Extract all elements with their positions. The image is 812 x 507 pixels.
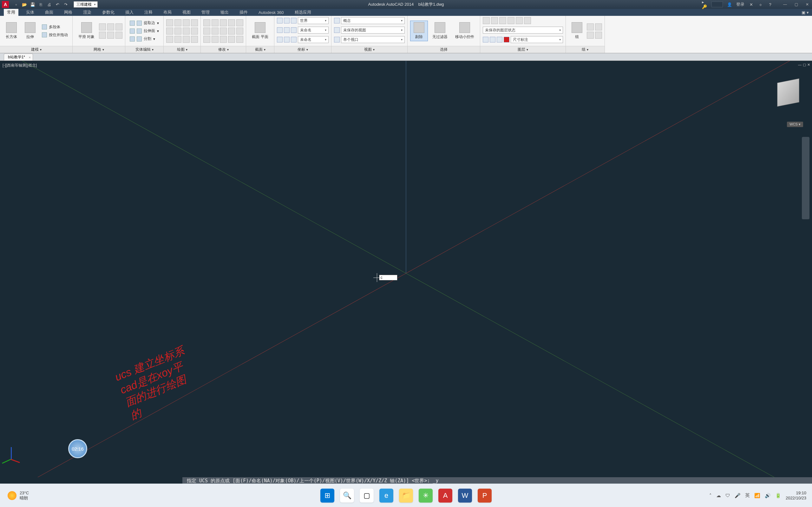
modify-tool-icon[interactable] [212, 19, 218, 26]
draw-tool-icon[interactable] [166, 36, 173, 43]
modify-tool-icon[interactable] [236, 36, 243, 43]
tray-ime-icon[interactable]: 英 [745, 493, 750, 498]
modify-tool-icon[interactable] [228, 27, 235, 35]
filter-button[interactable]: 无过滤器 [429, 21, 451, 41]
ribbon-tab-实体[interactable]: 实体 [23, 9, 38, 16]
mesh-tool-icon[interactable] [115, 32, 122, 39]
layer-color-swatch[interactable] [504, 37, 509, 43]
draw-tool-icon[interactable] [183, 19, 190, 26]
draw-tool-icon[interactable] [183, 36, 190, 43]
signin-icon[interactable]: 👤 [727, 2, 732, 7]
file-tab-close-icon[interactable]: × [29, 55, 31, 59]
qat-saveas-icon[interactable]: ⎘ [38, 2, 44, 7]
ucs-tool-icon[interactable] [284, 37, 290, 43]
draw-tool-icon[interactable] [183, 27, 190, 35]
autodesk360-icon[interactable]: ⟐ [758, 2, 763, 7]
split-button[interactable]: 分割▾ [128, 36, 161, 42]
panel-mesh-label[interactable]: 网格 [72, 46, 125, 53]
ribbon-tab-常用[interactable]: 常用 [4, 9, 18, 16]
layer-lock-icon[interactable] [497, 37, 502, 43]
view-saved-icon[interactable] [334, 27, 340, 33]
close-button[interactable]: ✕ [806, 2, 809, 7]
draw-tool-icon[interactable] [174, 36, 182, 43]
panel-group-label[interactable]: 组 [566, 46, 605, 53]
panel-solid-label[interactable]: 实体编辑 [125, 46, 163, 53]
panel-model-label[interactable]: 建模 [0, 46, 72, 53]
draw-tool-icon[interactable] [191, 19, 198, 26]
taskview-icon[interactable]: ▢ [360, 489, 374, 503]
viewport-icon[interactable] [334, 37, 340, 43]
modify-tool-icon[interactable] [220, 27, 227, 35]
group-tool-icon[interactable] [595, 32, 602, 39]
ribbon-tab-注释[interactable]: 注释 [141, 9, 156, 16]
mesh-tool-icon[interactable] [99, 23, 106, 31]
powerpoint-icon[interactable]: P [478, 489, 492, 503]
qat-open-icon[interactable]: 📂 [21, 2, 27, 7]
box-button[interactable]: 长方体 [3, 21, 20, 41]
extrude-button[interactable]: 拉伸 [21, 21, 39, 41]
modify-tool-icon[interactable] [203, 36, 210, 43]
ucs-tool-icon[interactable] [277, 18, 283, 23]
qat-new-icon[interactable]: ▫ [13, 2, 19, 7]
ucs-named2-dropdown[interactable]: 未命名 [298, 36, 328, 43]
qat-print-icon[interactable]: 🖨 [46, 2, 52, 7]
tray-mic-icon[interactable]: 🎤 [734, 493, 741, 498]
mesh-tool-icon[interactable] [107, 32, 114, 39]
cull-button[interactable]: 剔除 [410, 20, 428, 41]
panel-modify-label[interactable]: 修改 [201, 46, 246, 53]
layer-tool-icon[interactable] [491, 17, 498, 24]
taskbar-clock[interactable]: 19:10 2022/10/23 [786, 491, 806, 500]
layer-tool-icon[interactable] [507, 17, 514, 24]
panel-view-label[interactable]: 视图 [332, 46, 407, 53]
ribbon-tab-插入[interactable]: 插入 [122, 9, 137, 16]
viewport-dropdown[interactable]: 单个视口 [341, 36, 405, 43]
viewport-max-icon[interactable]: ▢ [803, 63, 806, 67]
ribbon-tab-精选应用[interactable]: 精选应用 [292, 9, 314, 16]
navigation-bar[interactable] [802, 137, 809, 219]
modify-tool-icon[interactable] [228, 19, 235, 26]
ribbon-tabs-expand-icon[interactable]: ▣ ▾ [798, 9, 812, 16]
group-button[interactable]: 组 [568, 21, 586, 41]
extrude-face-button[interactable]: 拉伸面▾ [128, 27, 161, 34]
modify-tool-icon[interactable] [236, 19, 243, 26]
drawing-canvas[interactable]: [-][西南等轴测][概念] — ▢ ✕ WCS ▾ ucs 建立坐标系 cad… [0, 61, 812, 477]
explorer-icon[interactable]: 📁 [399, 489, 413, 503]
ucs-tool-icon[interactable] [284, 27, 290, 33]
mesh-tool-icon[interactable] [99, 32, 106, 39]
ucs-tool-icon[interactable] [291, 27, 297, 33]
mesh-tool-icon[interactable] [115, 23, 122, 31]
layer-tool-icon[interactable] [516, 17, 523, 24]
ucs-tool-icon[interactable] [284, 18, 290, 23]
section-button[interactable]: 截面 平面 [249, 21, 271, 41]
edge-icon[interactable]: e [379, 489, 393, 503]
qat-undo-icon[interactable]: ↶ [55, 2, 60, 7]
workspace-dropdown[interactable]: 三维建模 [73, 1, 98, 8]
help-icon[interactable]: ? [767, 2, 773, 7]
ucs-world-dropdown[interactable]: 世界 [298, 17, 328, 24]
word-icon[interactable]: W [458, 489, 472, 503]
modify-tool-icon[interactable] [220, 19, 227, 26]
ucs-tool-icon[interactable] [291, 37, 297, 43]
exchange-icon[interactable]: ✕ [748, 2, 754, 7]
layer-freeze-icon[interactable] [490, 37, 496, 43]
layer-tool-icon[interactable] [524, 17, 531, 24]
layer-state-dropdown[interactable]: 未保存的图层状态 [483, 26, 563, 34]
viewcube[interactable] [771, 77, 806, 112]
draw-tool-icon[interactable] [191, 36, 198, 43]
visual-style-dropdown[interactable]: 概念 [341, 17, 405, 24]
search-icon[interactable]: 🔍 [340, 489, 354, 503]
tray-chevron-up-icon[interactable]: ˄ [709, 493, 712, 498]
taskbar-weather[interactable]: 23°C 晴朗 [0, 491, 29, 500]
modify-tool-icon[interactable] [236, 27, 243, 35]
ucs-tool-icon[interactable] [291, 18, 297, 23]
panel-draw-label[interactable]: 绘图 [164, 46, 200, 53]
gizmo-button[interactable]: 移动小控件 [452, 21, 477, 41]
extract-edge-button[interactable]: 提取边▾ [128, 20, 161, 26]
infocenter-search-icon[interactable]: ▸🔑 [702, 2, 708, 7]
autocad-icon[interactable]: A [438, 489, 452, 503]
panel-section-label[interactable]: 截面 [246, 46, 274, 53]
modify-tool-icon[interactable] [228, 36, 235, 43]
tray-battery-icon[interactable]: 🔋 [775, 493, 781, 498]
file-tab-active[interactable]: b站教学1* × [4, 54, 33, 60]
ribbon-tab-输出[interactable]: 输出 [217, 9, 232, 16]
